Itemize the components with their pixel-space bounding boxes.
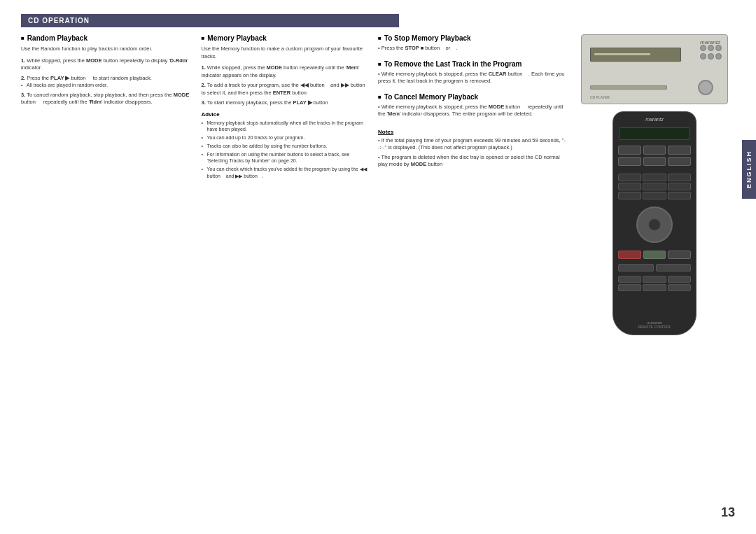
cd-btn-row-2 <box>700 53 722 59</box>
page: CD OPERATION Random Playback Use the Ran… <box>0 0 756 534</box>
section-header: CD OPERATION <box>21 14 399 27</box>
remote-small-btn <box>643 284 666 291</box>
remote-numpad <box>618 174 691 199</box>
remote-play-btn <box>643 251 666 259</box>
remove-last-track-title: To Remove the Last Track in the Program <box>378 60 567 68</box>
remote-pause-btn <box>668 251 691 259</box>
remote-num-btn <box>643 192 666 199</box>
remote-stop-btn <box>618 251 641 259</box>
advice-5: You can check which tracks you've added … <box>202 166 372 180</box>
right-area: To Stop Memory Playback • Press the STOP… <box>378 34 735 520</box>
remote-num-btn <box>668 183 691 190</box>
memory-step-3: 3. To start memory playback, press the P… <box>202 99 372 107</box>
cd-display-dots <box>591 48 680 57</box>
header-label: CD OPERATION <box>28 17 90 24</box>
remote-control-device: marantz <box>612 111 696 335</box>
cd-btn <box>715 45 722 51</box>
cd-btn <box>708 45 714 51</box>
cd-btn <box>700 53 706 59</box>
note-2: • The program is deleted when the disc t… <box>378 154 567 169</box>
random-step-1: 1. While stopped, press the MODE button … <box>21 57 191 72</box>
cd-btn <box>700 45 706 51</box>
remote-btn <box>618 146 641 155</box>
remote-next-btn <box>656 264 692 272</box>
main-content: Random Playback Use the Random function … <box>21 34 735 520</box>
memory-step-2: 2. To add a track to your program, use t… <box>202 82 372 97</box>
remote-small-btn <box>643 276 666 283</box>
memory-playback-desc: Use the Memory function to make a custom… <box>202 45 372 60</box>
remote-small-btn <box>668 276 691 283</box>
remote-btn <box>668 157 691 166</box>
remote-num-btn <box>643 174 666 181</box>
remote-num-btn <box>668 174 691 181</box>
remote-btn <box>668 146 691 155</box>
cd-display-bar <box>594 53 650 55</box>
english-language-tab: ENGLISH <box>742 140 756 199</box>
notes-section: Notes • If the total playing time of you… <box>378 126 567 171</box>
random-playback-col: Random Playback Use the Random function … <box>21 34 191 181</box>
right-text-section: To Stop Memory Playback • Press the STOP… <box>378 34 567 520</box>
notes-title: Notes <box>378 129 567 135</box>
left-columns: Random Playback Use the Random function … <box>21 34 371 520</box>
cd-btn <box>708 53 714 59</box>
page-number: 13 <box>721 505 735 520</box>
random-step-2-bullet: All tracks are played in random order. <box>21 82 191 89</box>
advice-4: For information on using the number butt… <box>202 151 372 165</box>
stop-memory-item: • Press the STOP ■ button or . <box>378 45 567 52</box>
remote-num-btn <box>618 183 641 190</box>
cd-knob <box>698 80 713 95</box>
remote-prev-btn <box>618 264 654 272</box>
remote-nav-ring <box>636 206 673 243</box>
cancel-memory-title: To Cancel Memory Playback <box>378 93 567 101</box>
remove-last-track-item: • While memory playback is stopped, pres… <box>378 71 567 85</box>
remote-num-btn <box>668 192 691 199</box>
remote-nav-center <box>648 218 661 231</box>
advice-3: Tracks can also be added by using the nu… <box>202 143 372 150</box>
advice-2: You can add up to 20 tracks to your prog… <box>202 134 372 141</box>
cd-display <box>590 48 681 62</box>
device-illustrations: marantz <box>574 34 735 520</box>
memory-playback-title: Memory Playback <box>202 34 372 42</box>
remote-num-btn <box>643 183 666 190</box>
remote-brand-top: marantz <box>645 117 663 122</box>
remote-num-btn <box>618 174 641 181</box>
columns-row: Random Playback Use the Random function … <box>21 34 371 181</box>
note-1: • If the total playing time of your prog… <box>378 137 567 152</box>
cd-btn-row-1 <box>700 45 722 51</box>
remote-num-btn <box>618 192 641 199</box>
cd-player-device: marantz <box>581 34 728 104</box>
cd-tray <box>590 85 667 90</box>
stop-memory-title: To Stop Memory Playback <box>378 34 567 42</box>
remote-top-buttons <box>618 146 691 166</box>
remote-skip-buttons <box>618 264 691 272</box>
random-step-2: 2. Press the PLAY ▶ button to start rand… <box>21 75 191 89</box>
random-playback-desc: Use the Random function to play tracks i… <box>21 45 191 53</box>
remote-small-btn <box>618 276 641 283</box>
random-step-3: 3. To cancel random playback, stop playb… <box>21 92 191 106</box>
remote-transport-buttons <box>618 251 691 259</box>
remote-btn <box>643 146 666 155</box>
remote-brand-bottom: marantzREMOTE CONTROL <box>638 321 671 329</box>
cancel-memory-section: To Cancel Memory Playback • While memory… <box>378 93 567 120</box>
remote-small-btn <box>668 284 691 291</box>
advice-1: Memory playback stops automatically when… <box>202 120 372 134</box>
remote-bottom-buttons <box>618 276 691 291</box>
cd-buttons-area <box>700 45 722 59</box>
remove-last-track-section: To Remove the Last Track in the Program … <box>378 60 567 87</box>
remote-btn <box>643 157 666 166</box>
cancel-memory-item: • While memory playback is stopped, pres… <box>378 104 567 118</box>
advice-title: Advice <box>202 111 372 118</box>
memory-step-1: 1. While stopped, press the MODE button … <box>202 64 372 79</box>
memory-playback-col: Memory Playback Use the Memory function … <box>202 34 372 181</box>
cd-btn <box>715 53 722 59</box>
cd-model: CD PLAYER <box>590 95 610 99</box>
random-playback-title: Random Playback <box>21 34 191 42</box>
stop-memory-section: To Stop Memory Playback • Press the STOP… <box>378 34 567 55</box>
remote-btn <box>618 157 641 166</box>
remote-small-btn <box>618 284 641 291</box>
remote-display <box>619 127 690 140</box>
